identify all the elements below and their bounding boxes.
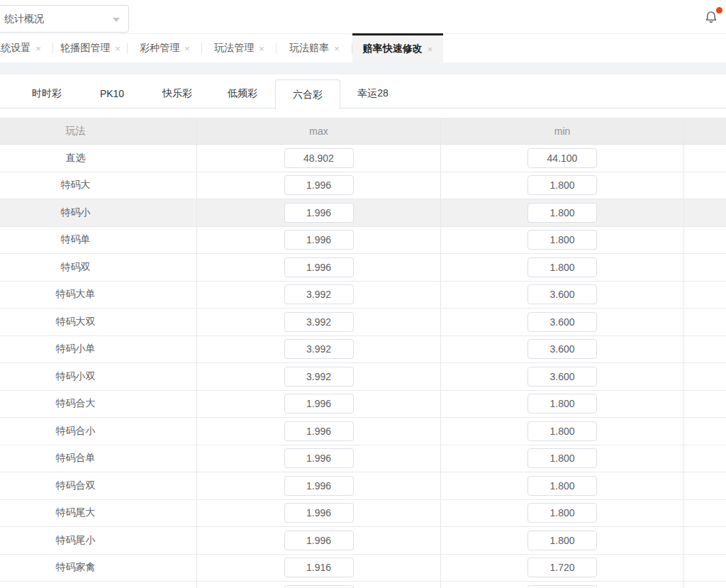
max-input[interactable] bbox=[284, 421, 354, 441]
min-input[interactable] bbox=[527, 531, 597, 550]
content-panel: 时时彩PK10快乐彩低频彩六合彩幸运28 玩法maxmin 直选特码大特码小特码… bbox=[0, 74, 726, 588]
tab-label: 玩法赔率 bbox=[289, 42, 329, 55]
max-input[interactable] bbox=[284, 284, 354, 304]
play-name-cell: 特码小 bbox=[0, 199, 197, 226]
min-input[interactable] bbox=[527, 257, 597, 277]
max-input[interactable] bbox=[284, 585, 354, 588]
table-row: 特码小双 bbox=[0, 363, 726, 391]
min-cell bbox=[441, 418, 684, 445]
max-input[interactable] bbox=[284, 476, 354, 496]
table-row: 特码双 bbox=[0, 254, 726, 282]
max-input[interactable] bbox=[284, 339, 354, 359]
notification-bell-button[interactable] bbox=[704, 10, 720, 26]
subtab-label: 时时彩 bbox=[32, 87, 62, 100]
min-input[interactable] bbox=[527, 284, 597, 304]
close-icon[interactable]: × bbox=[184, 44, 190, 53]
max-cell bbox=[197, 145, 441, 172]
min-input[interactable] bbox=[527, 148, 597, 168]
table-row: 特码尾小 bbox=[0, 527, 726, 555]
subtab-kuailecai[interactable]: 快乐彩 bbox=[145, 79, 210, 108]
overview-select[interactable]: 统计概况 bbox=[0, 5, 129, 33]
play-name-cell bbox=[0, 582, 197, 588]
min-input[interactable] bbox=[527, 312, 597, 332]
min-input[interactable] bbox=[527, 558, 597, 577]
play-name-cell: 特码大双 bbox=[0, 309, 197, 335]
play-name-cell: 特码合双 bbox=[0, 472, 197, 499]
play-name-cell: 特码合小 bbox=[0, 418, 197, 445]
min-input[interactable] bbox=[527, 448, 597, 468]
min-input[interactable] bbox=[527, 175, 597, 195]
max-cell bbox=[197, 309, 441, 335]
page-background-strip bbox=[0, 62, 726, 74]
max-cell bbox=[197, 500, 441, 527]
max-input[interactable] bbox=[284, 448, 354, 468]
min-input[interactable] bbox=[527, 339, 597, 359]
subtab-liuhecai[interactable]: 六合彩 bbox=[275, 79, 340, 109]
min-cell bbox=[441, 582, 684, 588]
max-input[interactable] bbox=[284, 148, 354, 168]
table-row: 特码大单 bbox=[0, 282, 726, 309]
max-input[interactable] bbox=[284, 257, 354, 277]
max-input[interactable] bbox=[284, 175, 354, 195]
min-cell bbox=[441, 363, 684, 390]
caret-down-icon bbox=[113, 18, 120, 22]
min-cell bbox=[441, 172, 684, 199]
close-icon[interactable]: × bbox=[259, 44, 264, 53]
filler-cell bbox=[684, 391, 726, 418]
subtab-xingyun28[interactable]: 幸运28 bbox=[340, 79, 406, 108]
close-icon[interactable]: × bbox=[35, 44, 41, 53]
min-cell bbox=[441, 254, 684, 281]
min-input[interactable] bbox=[527, 585, 597, 588]
close-icon[interactable]: × bbox=[334, 44, 340, 53]
filler-cell bbox=[684, 309, 726, 335]
close-icon[interactable]: × bbox=[115, 44, 121, 53]
filler-cell bbox=[684, 527, 726, 554]
max-input[interactable] bbox=[284, 531, 354, 550]
min-cell bbox=[441, 282, 684, 309]
min-cell bbox=[441, 445, 684, 472]
max-input[interactable] bbox=[284, 203, 354, 223]
min-input[interactable] bbox=[527, 230, 597, 250]
tab-play-management[interactable]: 玩法管理× bbox=[202, 34, 277, 62]
max-cell bbox=[197, 582, 441, 588]
max-input[interactable] bbox=[284, 230, 354, 250]
filler-cell bbox=[684, 254, 726, 281]
tab-odds-quick-edit[interactable]: 赔率快速修改× bbox=[352, 33, 443, 62]
min-cell bbox=[441, 227, 684, 254]
min-input[interactable] bbox=[527, 503, 597, 523]
max-cell bbox=[197, 282, 441, 309]
min-input[interactable] bbox=[527, 203, 597, 223]
min-input[interactable] bbox=[527, 367, 597, 387]
subtab-label: 快乐彩 bbox=[162, 87, 192, 100]
max-cell bbox=[197, 391, 441, 418]
close-icon[interactable]: × bbox=[428, 45, 433, 54]
subtab-pk10[interactable]: PK10 bbox=[79, 79, 145, 108]
max-input[interactable] bbox=[284, 503, 354, 523]
min-input[interactable] bbox=[527, 476, 597, 496]
min-input[interactable] bbox=[527, 421, 597, 441]
column-header-min: min bbox=[441, 118, 684, 144]
tab-banner-management[interactable]: 轮播图管理× bbox=[53, 34, 128, 62]
max-input[interactable] bbox=[284, 394, 354, 414]
play-name-cell: 特码家禽 bbox=[0, 555, 197, 582]
tab-system-settings[interactable]: 系统设置× bbox=[0, 34, 53, 62]
max-input[interactable] bbox=[284, 312, 354, 332]
filler-cell bbox=[684, 336, 726, 363]
subtab-dipincai[interactable]: 低频彩 bbox=[210, 79, 275, 108]
max-cell bbox=[197, 472, 441, 499]
filler-cell bbox=[684, 445, 726, 472]
filler-cell bbox=[684, 418, 726, 445]
tab-lottery-management[interactable]: 彩种管理× bbox=[128, 34, 202, 62]
min-input[interactable] bbox=[527, 394, 597, 414]
table-row-partial bbox=[0, 582, 726, 588]
column-header-max: max bbox=[197, 118, 441, 144]
table-row: 特码小 bbox=[0, 199, 726, 227]
max-cell bbox=[197, 199, 441, 226]
tab-play-odds[interactable]: 玩法赔率× bbox=[277, 34, 352, 62]
subtab-shishicai[interactable]: 时时彩 bbox=[14, 79, 79, 108]
table-row: 直选 bbox=[0, 145, 726, 172]
tab-label: 系统设置 bbox=[0, 42, 30, 55]
max-input[interactable] bbox=[284, 367, 354, 387]
max-input[interactable] bbox=[284, 558, 354, 577]
subtab-label: PK10 bbox=[100, 88, 124, 99]
